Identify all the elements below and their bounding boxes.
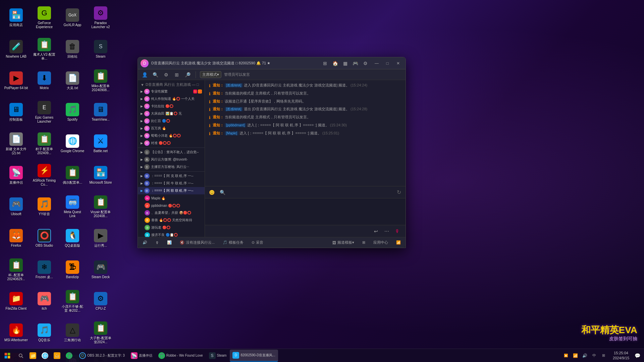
desktop-icon-steam1[interactable]: S Steam bbox=[87, 34, 114, 64]
channel-item[interactable]: ▶ 比 比仁百 🔵⭕ bbox=[138, 117, 205, 125]
channel-sub-item[interactable]: 游 游玩老 🔴⭕ bbox=[138, 224, 205, 231]
template-button[interactable]: 🖼 频道模板▾ bbox=[330, 239, 356, 246]
grid3-icon[interactable]: ⊞ bbox=[173, 71, 181, 79]
channel-item[interactable]: ▶ 联 ：====【 阿 牛 联 机 序 一-- bbox=[138, 180, 205, 187]
grid-icon[interactable]: ⊞ bbox=[321, 59, 329, 67]
channel-item[interactable]: ▶ 百 百万房 🔥 bbox=[138, 125, 205, 132]
desktop-icon-moshuren[interactable]: 📋 魔术人V2-配置单... bbox=[31, 34, 58, 64]
grid2-icon[interactable]: ▦ bbox=[341, 59, 349, 67]
desktop-icon-goxlr[interactable]: GoX GoXLR App bbox=[59, 3, 86, 33]
taskbar-app-music[interactable]: 🎵 Robbe - We Found Love bbox=[156, 350, 206, 362]
channel-item[interactable]: ▶ 联 ：====【 阿 克 联 机 序 一-- bbox=[138, 172, 205, 180]
tray-volume[interactable]: 🔊 bbox=[581, 352, 589, 360]
taskbar-app-zhibo[interactable]: 📡 直播伴侣 bbox=[128, 350, 155, 362]
desktop-icon-obs[interactable]: ⭕ OBS Studio bbox=[31, 223, 58, 253]
desktop-icon-xiaomao[interactable]: 📋 小茂不不够-配置 单202... bbox=[59, 286, 86, 316]
desktop-icon-controlpanel[interactable]: 🖥 控制面板 bbox=[3, 97, 30, 127]
refresh-icon[interactable]: ↻ bbox=[395, 188, 403, 196]
desktop-icon-yyting[interactable]: 🎵 YY听音 bbox=[31, 192, 58, 222]
desktop-icon-chrome[interactable]: 🌐 Google Chrome bbox=[59, 129, 86, 159]
desktop-icon-metalink[interactable]: 🥽 Meta Quest Link bbox=[59, 192, 86, 222]
channel-item[interactable]: ▶ 大 大床由田 🖼️📋⭕ 无 bbox=[138, 110, 205, 117]
desktop-icon-paradox[interactable]: ⚙ Paradox Launcher v2 bbox=[87, 3, 114, 33]
desktop-icon-dawuzi[interactable]: 📄 大吴.txt bbox=[59, 66, 86, 96]
taskbar-app-chrome[interactable]: 🌐 bbox=[39, 350, 51, 362]
volume-control[interactable]: 🔊 bbox=[141, 240, 149, 245]
channel-item[interactable]: ▶ 风 风行云方微博: @truvorit- bbox=[138, 156, 205, 163]
grid-button[interactable]: ⊞ bbox=[360, 240, 367, 245]
desktop-icon-steamdeck[interactable]: 🎮 Steam Deck bbox=[87, 255, 114, 285]
channel-tree-header[interactable]: ▼ D音直播商 风行云 主机游戏 — □ bbox=[138, 81, 205, 88]
desktop-icon-store[interactable]: 🏪 应用商店 bbox=[3, 3, 30, 33]
channel-item-active[interactable]: ▶ 联 ：====【 阿 联 联 机 序 一-- bbox=[138, 187, 205, 194]
zoom-icon[interactable]: 🔍 bbox=[218, 188, 226, 196]
chart-button[interactable]: 📶 bbox=[394, 240, 403, 245]
desktop-icon-sanjiao[interactable]: △ 三角洲行动 bbox=[59, 318, 86, 348]
settings-icon[interactable]: ⚙ bbox=[361, 59, 369, 67]
desktop-icon-battlenet[interactable]: ⚔ Battle.net bbox=[87, 129, 114, 159]
tray-ime[interactable]: 中 bbox=[590, 352, 598, 360]
more-icon[interactable]: ⋯ bbox=[383, 227, 391, 235]
user-icon[interactable]: 👤 bbox=[141, 71, 149, 79]
desktop-icon-frozen[interactable]: ❄ Frozen 桌... bbox=[31, 255, 58, 285]
desktop-icon-epic[interactable]: E Epic Games Launcher bbox=[31, 97, 58, 127]
channel-item[interactable]: ▶ 主 主播官方百梗地: 风行云··· bbox=[138, 163, 205, 171]
reply-icon[interactable]: ↩ bbox=[372, 227, 380, 235]
audio-capture[interactable]: ⊙ 采音 bbox=[250, 239, 265, 246]
desktop-icon-nowhere[interactable]: 🧪 Nowhere LAB bbox=[3, 34, 30, 64]
desktop-icon-filezilla[interactable]: 📁 FileZilla Client bbox=[3, 286, 30, 316]
tray-keyboard[interactable]: ⊞ bbox=[599, 352, 607, 360]
mode-dropdown[interactable]: 主席模式▾ bbox=[200, 71, 221, 78]
taskbar-clock[interactable]: 15:25:04 2024/9/15 bbox=[610, 351, 632, 360]
channel-sub-item[interactable]: p ppbbdman 🔴⭕⭕ bbox=[138, 202, 205, 209]
taskbar-app-obs[interactable]: O OBS 30.2.3 - 配置文字: 3 bbox=[76, 350, 127, 362]
channel-sub-item[interactable]: M Maple 🔥 bbox=[138, 194, 205, 202]
desktop-icon-bandizip[interactable]: 🗜 Bandizip bbox=[59, 255, 86, 285]
desktop-icon-firefox[interactable]: 🦊 Firefox bbox=[3, 223, 30, 253]
channel-item[interactable]: ▶ 对 对准 🔴⭕⭕ bbox=[138, 139, 205, 147]
connection-status[interactable]: 🔇 没有连接风行云... bbox=[178, 239, 217, 246]
desktop-icon-peizhi3[interactable]: 📋 科..配置单 20240829... bbox=[3, 255, 30, 285]
start-button[interactable] bbox=[1, 350, 13, 362]
desktop-icon-zhizier[interactable]: 📋 枳子 配置单 202409... bbox=[31, 129, 58, 159]
desktop-icon-cpuz[interactable]: ⚙ CPU-Z bbox=[87, 286, 114, 316]
tray-network[interactable]: 📶 bbox=[571, 352, 579, 360]
notification-button[interactable]: 💬 bbox=[633, 352, 641, 360]
desktop-icon-voyair[interactable]: 📋 Voyair 配置单 202408... bbox=[87, 192, 114, 222]
emoji-icon[interactable]: 😊 bbox=[208, 188, 216, 196]
taskbar-app-daudio[interactable]: D 82002590-D音直播风... bbox=[230, 350, 278, 362]
channel-item[interactable]: ▶ 萄 萄萄小洋老 🔥⭕⭕ bbox=[138, 132, 205, 139]
desktop-icon-trash[interactable]: 🗑 回收站 bbox=[59, 34, 86, 64]
channel-item[interactable]: ▶ 专 专业性频繁 🔴 ⭕ bbox=[138, 88, 205, 95]
channel-item[interactable]: ▶ 公 【公告】: 查询不敢人，进自觉-- bbox=[138, 148, 205, 156]
search-toolbar-icon[interactable]: 🔍 bbox=[151, 71, 159, 79]
maximize-button[interactable]: □ bbox=[383, 60, 392, 67]
desktop-icon-potplayer[interactable]: ▶ PotPlayer 64 bit bbox=[3, 66, 30, 96]
desktop-icon-qqdesktop[interactable]: 🐧 QQ桌面版 bbox=[59, 223, 86, 253]
desktop-icon-msi[interactable]: 🔥 MSI Afterburner bbox=[3, 318, 30, 348]
settings2-icon[interactable]: ⚙ bbox=[162, 71, 170, 79]
home-icon[interactable]: 🏠 bbox=[331, 59, 339, 67]
eq-control[interactable]: 📊 bbox=[165, 240, 174, 245]
desktop-icon-teamviewer[interactable]: 🖥 TeamView... bbox=[87, 97, 114, 127]
taskbar-app-spotify[interactable]: 🎵 bbox=[63, 350, 75, 362]
desktop-icon-peizhi2[interactable]: 📋 偶尔配置单... bbox=[59, 160, 86, 190]
desktop-icon-zhibo[interactable]: 📡 直播伴侣 bbox=[3, 160, 30, 190]
channel-sub-item[interactable]: 接 接济不良 🔵📋⭕ bbox=[138, 231, 205, 237]
channel-item[interactable]: ▶ 何 何人作别知退 🔥⭕ 一个人关 bbox=[138, 95, 205, 103]
voice-icon[interactable]: 🎙 bbox=[393, 227, 401, 235]
desktop-icon-newfile[interactable]: 📄 新建 文本文件 (2).txt bbox=[3, 129, 30, 159]
taskbar-app-explorer[interactable]: 📁 bbox=[27, 350, 39, 362]
desktop-icon-ubisoft[interactable]: 🎮 Ubisoft bbox=[3, 192, 30, 222]
channel-sub-item[interactable]: 血 、血夏希望」共获 📦🔴⭕ bbox=[138, 209, 205, 217]
desktop-icon-nvidia[interactable]: G GeForce Experience bbox=[31, 3, 58, 33]
desktop-icon-qqmusic[interactable]: 🎵 QQ音乐 bbox=[31, 318, 58, 348]
tray-expand[interactable]: 🔼 bbox=[562, 352, 570, 360]
channel-sub-item[interactable]: 善 善善 🔥⭕⭕ 天然空间有待 bbox=[138, 217, 205, 224]
close-button[interactable]: ✕ bbox=[393, 60, 403, 67]
taskbar-app-steam[interactable]: S Steam bbox=[206, 350, 229, 362]
taskbar-search[interactable] bbox=[15, 350, 27, 362]
desktop-icon-microsoft[interactable]: 🏪 Microsoft Store bbox=[87, 160, 114, 190]
desktop-icon-dazishu[interactable]: 📋 大子数-配置单 室2024... bbox=[87, 318, 114, 348]
music-control[interactable]: 🎵 模板任务 bbox=[221, 239, 246, 246]
